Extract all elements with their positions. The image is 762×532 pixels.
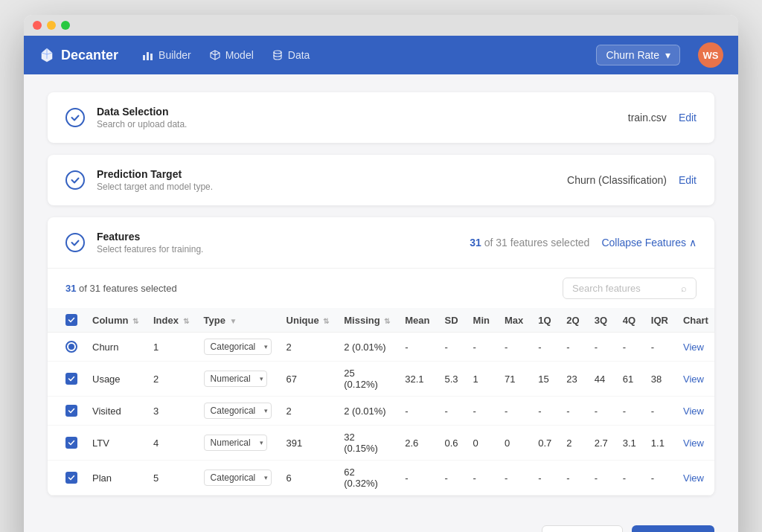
features-subtitle: Select features for training. <box>97 244 458 254</box>
type-sort-icon[interactable]: ▼ <box>230 317 237 325</box>
cell-name: Plan <box>85 461 146 496</box>
unique-sort-icon[interactable]: ⇅ <box>323 317 329 325</box>
type-select[interactable]: Numerical <box>204 435 267 451</box>
cell-q3: 2.7 <box>587 426 615 461</box>
data-selection-edit[interactable]: Edit <box>679 112 697 124</box>
cell-iqr: - <box>644 397 676 426</box>
collapse-features-button[interactable]: Collapse Features ∧ <box>601 237 697 249</box>
cell-q4: - <box>615 397 644 426</box>
cell-min: 0 <box>466 426 497 461</box>
col-unique: Unique ⇅ <box>279 308 337 333</box>
cell-q3: 44 <box>587 362 615 397</box>
table-row: Plan5Categorical▾662 (0.32%)---------Vie… <box>48 461 714 496</box>
svg-rect-1 <box>147 52 149 60</box>
nav-logo[interactable]: Decanter <box>39 47 118 63</box>
prediction-target-edit[interactable]: Edit <box>679 174 697 186</box>
search-features-input[interactable]: Search features ⌕ <box>563 278 697 299</box>
type-select[interactable]: Categorical <box>204 403 272 419</box>
prediction-target-body: Prediction Target Select target and mode… <box>97 168 510 192</box>
index-sort-icon[interactable]: ⇅ <box>183 317 189 325</box>
main-content: Data Selection Search or upload data. tr… <box>24 74 738 513</box>
prediction-target-subtitle: Select target and model type. <box>97 182 510 192</box>
close-dot[interactable] <box>33 21 42 30</box>
row-checkbox[interactable] <box>65 472 77 484</box>
cell-unique: 6 <box>279 461 337 496</box>
cell-min: 1 <box>466 362 497 397</box>
cell-unique: 2 <box>279 397 337 426</box>
prediction-target-value: Churn (Classification) <box>567 174 667 186</box>
database-icon <box>272 49 284 61</box>
cell-unique: 67 <box>279 362 337 397</box>
col-2q: 2Q <box>559 308 586 333</box>
cell-iqr: 38 <box>644 362 676 397</box>
row-checkbox[interactable] <box>65 405 77 417</box>
col-min: Min <box>466 308 497 333</box>
check-icon <box>70 237 80 248</box>
row-checkbox[interactable] <box>65 373 77 385</box>
cell-mean: 2.6 <box>397 426 437 461</box>
missing-sort-icon[interactable]: ⇅ <box>384 317 390 325</box>
maximize-dot[interactable] <box>61 21 70 30</box>
cell-q2: - <box>559 397 586 426</box>
cell-q2: 23 <box>559 362 586 397</box>
row-checkbox[interactable] <box>65 437 77 449</box>
footer: Automatic ▾ Start Build <box>24 513 738 532</box>
cell-sd: - <box>438 333 466 362</box>
data-selection-title: Data Selection <box>97 106 572 118</box>
cell-iqr: - <box>644 333 676 362</box>
col-index: Index ⇅ <box>146 308 196 333</box>
view-chart-link[interactable]: View <box>683 374 704 385</box>
start-build-button[interactable]: Start Build <box>632 525 714 532</box>
nav-data[interactable]: Data <box>272 49 310 61</box>
column-sort-icon[interactable]: ⇅ <box>132 317 138 325</box>
automatic-dropdown[interactable]: Automatic ▾ <box>542 525 623 532</box>
cell-min: - <box>466 397 497 426</box>
nav-builder[interactable]: Builder <box>142 49 191 61</box>
view-chart-link[interactable]: View <box>683 342 704 353</box>
cell-sd: 5.3 <box>438 362 466 397</box>
col-4q: 4Q <box>615 308 644 333</box>
table-toolbar: 31 of 31 features selected Search featur… <box>48 269 714 308</box>
cell-missing: 2 (0.01%) <box>336 333 397 362</box>
type-select[interactable]: Categorical <box>204 339 272 355</box>
cell-iqr: 1.1 <box>644 426 676 461</box>
cell-mean: - <box>397 461 437 496</box>
table-header-row: Column ⇅ Index ⇅ Type ▼ Unique ⇅ Missing… <box>48 308 714 333</box>
select-all-checkbox[interactable] <box>65 314 77 326</box>
cell-q4: 3.1 <box>615 426 644 461</box>
type-select[interactable]: Categorical <box>204 469 272 486</box>
minimize-dot[interactable] <box>47 21 56 30</box>
table-row: LTV4Numerical▾39132 (0.15%)2.60.6000.722… <box>48 426 714 461</box>
cell-missing: 25 (0.12%) <box>336 362 397 397</box>
cell-sd: - <box>438 397 466 426</box>
col-max: Max <box>497 308 531 333</box>
cell-max: - <box>497 397 531 426</box>
target-indicator[interactable] <box>65 341 77 353</box>
type-select[interactable]: Numerical <box>204 371 267 387</box>
col-iqr: IQR <box>644 308 676 333</box>
chevron-up-icon: ∧ <box>689 237 697 249</box>
row-checkbox-cell <box>48 426 85 461</box>
table-row: Usage2Numerical▾6725 (0.12%)32.15.317115… <box>48 362 714 397</box>
project-dropdown[interactable]: Churn Rate ▾ <box>596 45 680 65</box>
cell-mean: - <box>397 333 437 362</box>
features-title-section: Features Select features for training. <box>97 231 458 254</box>
col-missing: Missing ⇅ <box>336 308 397 333</box>
cell-q1: 15 <box>531 362 559 397</box>
cell-chart: View <box>676 397 714 426</box>
cell-type: Numerical▾ <box>196 362 279 397</box>
row-checkbox-cell <box>48 333 85 362</box>
cell-max: - <box>497 461 531 496</box>
cell-index: 1 <box>146 333 196 362</box>
prediction-target-check <box>65 170 85 190</box>
view-chart-link[interactable]: View <box>683 406 704 417</box>
cell-chart: View <box>676 461 714 496</box>
view-chart-link[interactable]: View <box>683 438 704 449</box>
svg-point-3 <box>274 51 281 54</box>
view-chart-link[interactable]: View <box>683 472 704 484</box>
cell-q2: - <box>559 333 586 362</box>
nav-model[interactable]: Model <box>209 49 254 61</box>
cell-index: 5 <box>146 461 196 496</box>
cell-max: 0 <box>497 426 531 461</box>
cell-index: 3 <box>146 397 196 426</box>
